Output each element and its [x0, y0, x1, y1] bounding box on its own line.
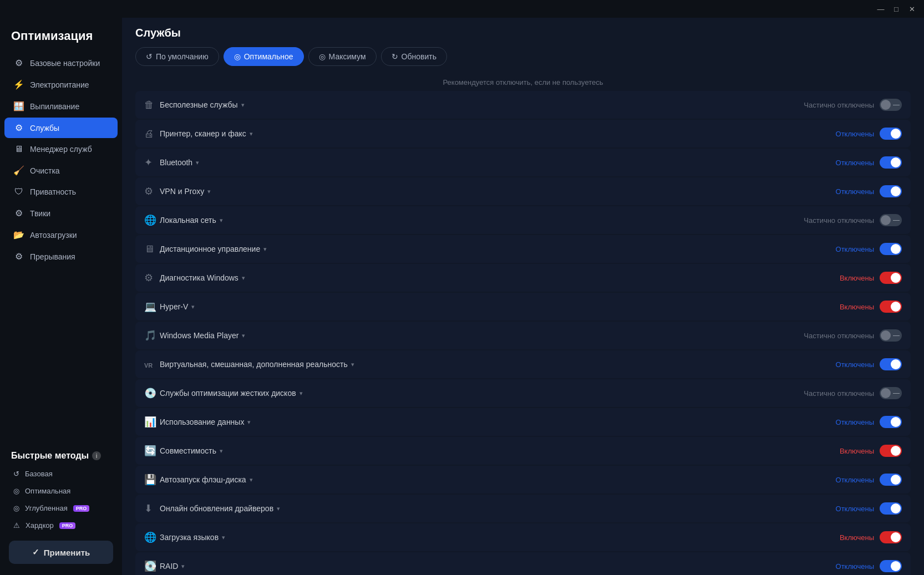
service-toggle[interactable] — [880, 531, 902, 543]
service-row[interactable]: ⚙ VPN и Proxy ▾ Отключены — [135, 177, 911, 205]
service-toggle[interactable] — [880, 156, 902, 169]
status-badge: Отключены — [836, 360, 874, 369]
service-toggle[interactable] — [880, 128, 902, 140]
apply-button[interactable]: ✓ Применить — [9, 541, 113, 564]
sidebar-item-cleanup[interactable]: 🧹 Очистка — [4, 160, 118, 181]
manager-icon: 🖥 — [13, 144, 24, 154]
service-row[interactable]: 🎵 Windows Media Player ▾ Частично отключ… — [135, 322, 911, 349]
status-badge: Отключены — [836, 130, 874, 138]
sidebar-title: Оптимизация — [0, 24, 122, 52]
sidebar-item-interrupts[interactable]: ⚙ Прерывания — [4, 246, 118, 267]
service-icon: ⚙ — [144, 185, 160, 197]
sidebar-item-power[interactable]: ⚡ Электропитание — [4, 74, 118, 95]
toggle-knob — [891, 417, 901, 427]
maximize-button[interactable]: □ — [889, 3, 904, 15]
service-row[interactable]: 📊 Использование данных ▾ Отключены — [135, 408, 911, 436]
status-badge: Отключены — [836, 159, 874, 167]
service-controls: Отключены — [836, 243, 902, 255]
service-toggle[interactable] — [880, 214, 902, 226]
sidebar-item-tweaks[interactable]: 🪟 Выпиливание — [4, 96, 118, 116]
service-row[interactable]: 💾 Автозапуск флэш-диска ▾ Отключены — [135, 466, 911, 493]
method-optimal[interactable]: ◎ Оптимальная — [4, 483, 118, 499]
service-label: Загрузка языков ▾ — [160, 533, 840, 542]
toggle-knob — [891, 302, 901, 312]
service-toggle[interactable] — [880, 416, 902, 428]
sidebar-item-tweaks2[interactable]: ⚙ Твики — [4, 203, 118, 223]
service-label: Автозапуск флэш-диска ▾ — [160, 475, 836, 484]
service-row[interactable]: 💽 RAID ▾ Отключены — [135, 552, 911, 575]
toggle-knob — [891, 273, 901, 283]
service-toggle[interactable] — [880, 185, 902, 197]
sidebar-item-privacy[interactable]: 🛡 Приватность — [4, 182, 118, 202]
service-row[interactable]: VR Виртуальная, смешанная, дополненная р… — [135, 350, 911, 378]
method-label: Углубленная — [25, 504, 68, 512]
sidebar-item-autostart[interactable]: 📂 Автозагрузки — [4, 225, 118, 245]
sidebar-item-label: Автозагрузки — [30, 231, 77, 240]
service-label: Совместимость ▾ — [160, 446, 840, 455]
sidebar-item-base-settings[interactable]: ⚙ Базовые настройки — [4, 53, 118, 73]
service-toggle[interactable] — [880, 99, 902, 111]
service-controls: Включены — [840, 445, 902, 457]
pro-badge-hardcore: PRO — [59, 522, 76, 529]
service-row[interactable]: ⚙ Диагностика Windows ▾ Включены — [135, 264, 911, 292]
toolbar: ↺ По умолчанию ◎ Оптимальное ◎ Максимум … — [135, 47, 911, 66]
service-row[interactable]: ⬇ Онлайн обновления драйверов ▾ Отключен… — [135, 495, 911, 522]
service-row[interactable]: 💻 Hyper-V ▾ Включены — [135, 293, 911, 320]
close-button[interactable]: ✕ — [904, 3, 920, 15]
status-badge: Включены — [840, 447, 874, 455]
toggle-knob — [891, 503, 901, 513]
service-toggle[interactable] — [880, 445, 902, 457]
service-toggle[interactable] — [880, 301, 902, 313]
method-label: Оптимальная — [25, 487, 70, 495]
service-row[interactable]: 🌐 Загрузка языков ▾ Включены — [135, 523, 911, 551]
default-btn[interactable]: ↺ По умолчанию — [135, 47, 219, 66]
service-row[interactable]: 🔄 Совместимость ▾ Включены — [135, 437, 911, 465]
service-toggle[interactable] — [880, 474, 902, 486]
service-icon: 💾 — [144, 474, 160, 486]
service-toggle[interactable] — [880, 502, 902, 515]
service-icon: ⬇ — [144, 502, 160, 515]
service-controls: Отключены — [836, 560, 902, 572]
status-badge: Включены — [840, 303, 874, 311]
toggle-knob — [891, 532, 901, 542]
toggle-knob — [881, 388, 891, 398]
default-icon: ↺ — [146, 52, 153, 61]
service-row[interactable]: 🌐 Локальная сеть ▾ Частично отключены — [135, 206, 911, 234]
tweaks-icon: ⚙ — [13, 208, 24, 218]
sidebar-item-services[interactable]: ⚙ Службы — [4, 118, 118, 138]
minimize-button[interactable]: — — [873, 3, 889, 15]
sidebar-item-label: Очистка — [30, 166, 60, 175]
page-title: Службы — [135, 27, 911, 39]
service-label: Бесполезные службы ▾ — [160, 100, 804, 109]
method-advanced[interactable]: ◎ Углубленная PRO — [4, 500, 118, 516]
max-btn[interactable]: ◎ Максимум — [308, 47, 377, 66]
service-label: Службы оптимизации жестких дисков ▾ — [160, 389, 804, 398]
service-controls: Включены — [840, 531, 902, 543]
service-toggle[interactable] — [880, 358, 902, 370]
service-row[interactable]: ✦ Bluetooth ▾ Отключены — [135, 149, 911, 176]
privacy-icon: 🛡 — [13, 187, 24, 197]
service-toggle[interactable] — [880, 329, 902, 342]
service-toggle[interactable] — [880, 243, 902, 255]
method-hardcore[interactable]: ⚠ Хардкор PRO — [4, 517, 118, 533]
status-badge: Включены — [840, 533, 874, 542]
toggle-knob — [891, 475, 901, 485]
status-badge: Частично отключены — [804, 216, 874, 225]
optimal-btn[interactable]: ◎ Оптимальное — [224, 47, 304, 66]
service-toggle[interactable] — [880, 387, 902, 399]
service-icon: ✦ — [144, 156, 160, 169]
service-controls: Отключены — [836, 156, 902, 169]
service-row[interactable]: 🗑 Бесполезные службы ▾ Частично отключен… — [135, 91, 911, 119]
service-toggle[interactable] — [880, 560, 902, 572]
refresh-btn[interactable]: ↻ Обновить — [381, 47, 447, 66]
service-row[interactable]: 🖨 Принтер, сканер и факс ▾ Отключены — [135, 120, 911, 147]
sidebar-item-service-manager[interactable]: 🖥 Менеджер служб — [4, 139, 118, 159]
service-toggle[interactable] — [880, 272, 902, 284]
status-badge: Отключены — [836, 562, 874, 571]
service-label: Локальная сеть ▾ — [160, 216, 804, 225]
status-badge: Частично отключены — [804, 101, 874, 109]
method-basic[interactable]: ↺ Базовая — [4, 466, 118, 482]
service-row[interactable]: 💿 Службы оптимизации жестких дисков ▾ Ча… — [135, 379, 911, 407]
refresh-label: Обновить — [402, 52, 436, 61]
service-row[interactable]: 🖥 Дистанционное управление ▾ Отключены — [135, 235, 911, 263]
